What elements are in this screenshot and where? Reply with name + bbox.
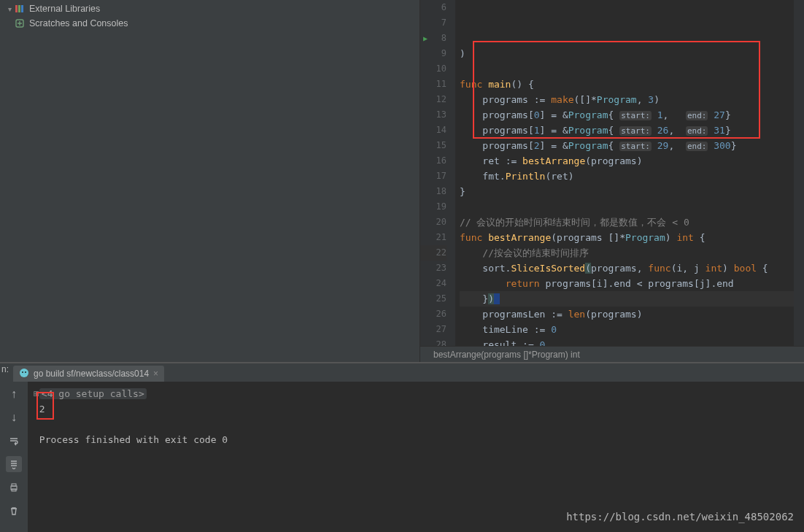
down-arrow-icon[interactable]: ↓ — [6, 409, 22, 425]
line-number[interactable]: 26 — [420, 307, 447, 322]
console-exit-line: Process finished with exit code 0 — [34, 432, 804, 447]
code-line[interactable]: programsLen := len(programs) — [460, 307, 794, 322]
code-line[interactable]: sort.SliceIsSorted(programs, func(i, j i… — [460, 261, 794, 276]
line-number[interactable]: 15 — [420, 138, 447, 153]
library-icon — [15, 4, 25, 14]
code-line[interactable]: ) — [460, 46, 794, 61]
trash-icon[interactable] — [6, 503, 22, 519]
console-output[interactable]: ⊞<4 go setup calls> 2 Process finished w… — [28, 382, 804, 532]
line-number[interactable]: 7 — [420, 15, 447, 31]
line-number[interactable]: 21 — [420, 230, 447, 245]
line-number[interactable]: 14 — [420, 123, 447, 138]
print-icon[interactable] — [6, 479, 22, 496]
go-icon — [19, 368, 29, 380]
svg-rect-8 — [12, 484, 16, 486]
code-line[interactable]: programs[0] = &Program{ start: 1, end: 2… — [460, 107, 794, 123]
line-number[interactable]: 8▶ — [420, 31, 447, 46]
run-gutter-icon[interactable]: ▶ — [420, 31, 428, 46]
watermark: https://blog.csdn.net/weixin_48502062 — [566, 509, 794, 525]
line-number[interactable]: 18 — [420, 184, 447, 199]
line-number[interactable]: 6 — [420, 0, 447, 15]
soft-wrap-icon[interactable] — [6, 433, 22, 449]
scratch-icon — [15, 18, 25, 28]
code-line[interactable]: //按会议的结束时间排序 — [460, 245, 794, 261]
code-line[interactable]: func bestArrange(programs []*Program) in… — [460, 230, 794, 245]
code-line[interactable]: } — [460, 184, 794, 199]
line-number[interactable]: 16 — [420, 153, 447, 169]
svg-rect-2 — [21, 5, 23, 12]
code-line[interactable] — [460, 199, 794, 215]
line-number[interactable]: 11 — [420, 77, 447, 92]
code-line[interactable]: fmt.Println(ret) — [460, 169, 794, 184]
line-number[interactable]: 12 — [420, 92, 447, 107]
line-number[interactable]: 9 — [420, 46, 447, 61]
tree-item-label: External Libraries — [29, 4, 100, 14]
breadcrumb[interactable]: bestArrange(programs []*Program) int — [420, 346, 804, 362]
line-number[interactable]: 28 — [420, 337, 447, 346]
code-line[interactable]: // 会议的开始时间和结束时间，都是数值，不会 < 0 — [460, 215, 794, 230]
line-number[interactable]: 27 — [420, 322, 447, 337]
editor-scrollbar[interactable] — [794, 0, 804, 346]
run-tab[interactable]: go build sf/newclass/class014 × — [13, 366, 164, 382]
tree-item-label: Scratches and Consoles — [29, 18, 128, 28]
svg-point-5 — [22, 371, 23, 373]
line-number[interactable]: 17 — [420, 169, 447, 184]
folded-region[interactable]: <4 go setup calls> — [39, 388, 147, 399]
run-tab-bar[interactable]: n: go build sf/newclass/class014 × — [0, 363, 804, 382]
code-line[interactable]: programs := make([]*Program, 3) — [460, 92, 794, 107]
svg-point-6 — [25, 371, 26, 373]
line-number[interactable]: 24 — [420, 276, 447, 291]
side-label: n: — [1, 364, 9, 374]
line-number[interactable]: 13 — [420, 107, 447, 123]
svg-rect-1 — [18, 5, 20, 12]
console-toolbar[interactable]: ↑ ↓ — [0, 382, 28, 532]
code-line[interactable]: return programs[i].end < programs[j].end — [460, 276, 794, 291]
code-line[interactable] — [460, 61, 794, 77]
tree-item-scratches[interactable]: Scratches and Consoles — [0, 16, 420, 31]
line-number[interactable]: 25 — [420, 291, 447, 307]
code-line[interactable]: func main() { — [460, 77, 794, 92]
svg-rect-0 — [15, 5, 18, 12]
code-line[interactable]: timeLine := 0 — [460, 322, 794, 337]
line-number[interactable]: 10 — [420, 61, 447, 77]
project-tree[interactable]: ▾ External Libraries Scratches and Conso… — [0, 0, 420, 362]
run-tool-window[interactable]: n: go build sf/newclass/class014 × ↑ ↓ — [0, 362, 804, 532]
svg-point-4 — [20, 369, 28, 377]
console-line-output: 2 — [34, 401, 804, 417]
up-arrow-icon[interactable]: ↑ — [6, 386, 22, 402]
chevron-down-icon: ▾ — [6, 5, 13, 13]
run-tab-label: go build sf/newclass/class014 — [34, 369, 149, 379]
code-editor[interactable]: 678▶910111213141516171819202122232425262… — [420, 0, 804, 362]
code-line[interactable]: ret := bestArrange(programs) — [460, 153, 794, 169]
code-line[interactable]: result := 0 — [460, 337, 794, 346]
line-number[interactable]: 19 — [420, 199, 447, 215]
code-line[interactable]: programs[1] = &Program{ start: 26, end: … — [460, 123, 794, 138]
line-number[interactable]: 20 — [420, 215, 447, 230]
code-line[interactable]: }) — [460, 291, 794, 307]
close-icon[interactable]: × — [153, 369, 158, 379]
line-number[interactable]: 23 — [420, 261, 447, 276]
code-line[interactable]: programs[2] = &Program{ start: 29, end: … — [460, 138, 794, 153]
scroll-to-end-icon[interactable] — [6, 456, 22, 472]
line-number[interactable]: 22 — [420, 245, 447, 261]
line-number-gutter[interactable]: 678▶910111213141516171819202122232425262… — [420, 0, 455, 346]
tree-item-external-libraries[interactable]: ▾ External Libraries — [0, 1, 420, 16]
code-area[interactable]: ) func main() { programs := make([]*Prog… — [455, 0, 794, 346]
